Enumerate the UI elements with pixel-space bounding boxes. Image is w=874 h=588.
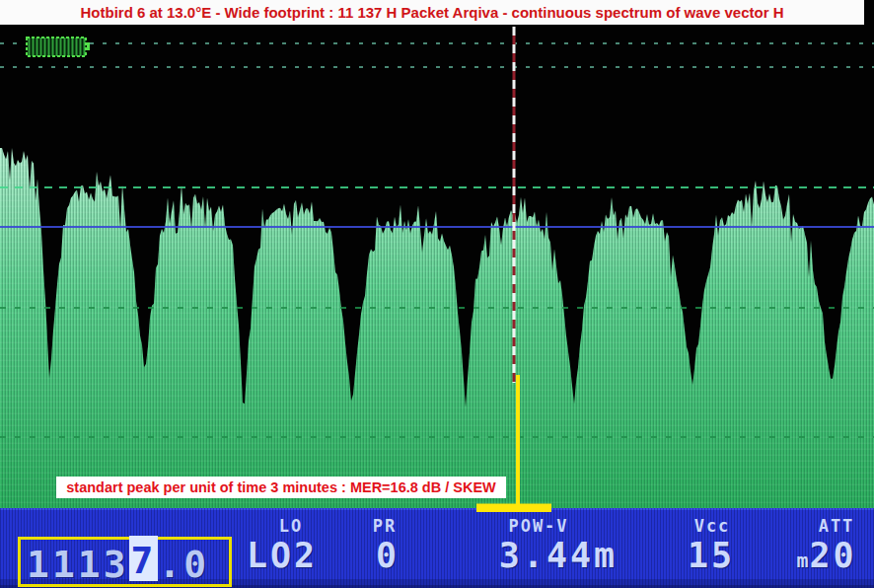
lo-label: LO [279, 516, 303, 536]
frequency-display[interactable]: 11137.0 [18, 537, 232, 587]
att-value-prefix: m [796, 549, 809, 572]
measurement-annotation: standart peak per unit of time 3 minutes… [56, 477, 506, 498]
pr-value: 0 [376, 536, 400, 575]
frequency-digits-after: .0 [158, 543, 209, 586]
att-value-main: 20 [809, 536, 856, 575]
signal-marker-box [27, 37, 90, 56]
spectrum-display [0, 0, 874, 588]
powv-highlight-underline [476, 508, 551, 512]
vcc-label: Vcc [694, 516, 731, 536]
powv-label: POW-V [508, 516, 568, 536]
satellite-meter-screen: Hotbird 6 at 13.0°E - Wide footprint : 1… [0, 0, 874, 588]
vcc-value: 15 [688, 536, 735, 575]
frequency-digits-before: 1113 [27, 543, 129, 586]
pr-label: PR [373, 516, 397, 536]
att-label: ATT [819, 516, 855, 536]
powv-value: 3.44m [499, 536, 618, 575]
spectrum-scanline-texture [0, 148, 874, 508]
annotation-text: standart peak per unit of time 3 minutes… [66, 479, 496, 495]
status-bar: 11137.0 LO PR POW-V Vcc ATT LO2 0 3.44m … [0, 508, 874, 588]
frequency-selected-digit[interactable]: 7 [129, 536, 159, 581]
att-value: m20 [796, 536, 856, 575]
frequency-value: 11137.0 [27, 540, 209, 585]
lo-value: LO2 [247, 536, 318, 575]
